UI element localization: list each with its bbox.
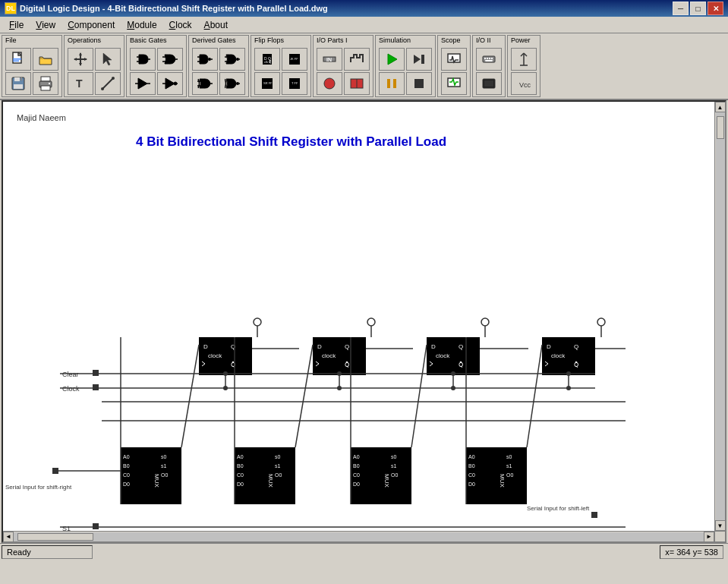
svg-point-152 [223, 371, 228, 376]
serial-left-label: Serial Input for shift-left [527, 505, 590, 512]
toolbar-label-simulation: Simulation [379, 36, 411, 44]
svg-rect-10 [49, 83, 50, 84]
new-button[interactable] [5, 48, 31, 71]
svg-text:D: D [431, 343, 436, 350]
svg-text:T FF: T FF [292, 81, 298, 85]
svg-point-155 [566, 371, 571, 376]
toolbar-group-scope: Scope [437, 35, 471, 97]
status-coords: x= 364 y= 538 [660, 545, 723, 559]
scroll-corner [714, 531, 725, 541]
step-button[interactable] [406, 48, 432, 71]
svg-rect-2 [13, 61, 19, 62]
io2-row2 [476, 72, 502, 95]
scroll-thumb-h[interactable] [17, 533, 93, 541]
toolbar-label-io: I/O Parts I [317, 36, 348, 44]
maximize-button[interactable]: □ [690, 2, 706, 15]
svg-marker-12 [79, 63, 82, 66]
svg-text:Q: Q [574, 343, 578, 350]
triangle-gate-button[interactable] [130, 72, 156, 95]
inv-triangle-button[interactable] [157, 72, 183, 95]
tff-button[interactable]: T FF [282, 72, 307, 95]
scroll-up-button[interactable]: ▲ [715, 102, 726, 112]
nand-gate-button[interactable] [192, 48, 218, 71]
open-button[interactable] [33, 48, 58, 71]
window-controls: ─ □ ✕ [673, 2, 723, 15]
srff-button[interactable]: SR FF [254, 72, 280, 95]
svg-text:Q: Q [459, 343, 463, 350]
dff-button[interactable]: D Qclk Q̄ [254, 48, 280, 71]
move-button[interactable] [68, 48, 93, 71]
and-gate-button[interactable] [130, 48, 156, 71]
svg-marker-11 [79, 52, 82, 55]
close-button[interactable]: ✕ [708, 2, 723, 15]
pause-button[interactable] [379, 72, 405, 95]
svg-text:A0: A0 [468, 454, 475, 459]
minimize-button[interactable]: ─ [673, 2, 689, 15]
svg-text:MUX: MUX [383, 474, 390, 488]
probe-button[interactable] [317, 72, 342, 95]
scope-btn2[interactable] [441, 72, 467, 95]
toolbar-group-basic-gates: Basic Gates [126, 35, 187, 97]
jkff-button[interactable]: JK FF [282, 48, 307, 71]
svg-text:D0: D0 [353, 481, 360, 487]
scope-btn1[interactable] [441, 48, 467, 71]
xor-gate-button[interactable] [192, 72, 218, 95]
vertical-scrollbar[interactable]: ▲ ▼ [714, 102, 725, 531]
print-button[interactable] [33, 72, 58, 95]
input-button[interactable]: IN [317, 48, 342, 71]
scroll-thumb-v[interactable] [717, 116, 724, 139]
scroll-down-button[interactable]: ▼ [715, 520, 726, 531]
select-button[interactable] [95, 48, 121, 71]
svg-text:IN: IN [326, 57, 332, 62]
toolbar-label-power: Power [511, 36, 531, 44]
derived-gates-row2 [192, 72, 245, 95]
toolbar-group-io2: I/O II [472, 35, 506, 97]
status-bar: Ready x= 364 y= 538 [0, 543, 728, 560]
text-button[interactable]: T [68, 72, 93, 95]
scroll-right-button[interactable]: ► [704, 532, 714, 542]
toolbar-label-file: File [5, 36, 17, 44]
clear-input-box [93, 370, 99, 376]
menu-about[interactable]: About [198, 18, 234, 32]
svg-rect-60 [387, 79, 390, 88]
svg-rect-7 [41, 77, 50, 81]
or-gate-button[interactable] [157, 48, 183, 71]
menu-component[interactable]: Component [61, 18, 121, 32]
svg-text:C0: C0 [468, 472, 475, 478]
svg-point-27 [174, 82, 177, 85]
menu-module[interactable]: Module [121, 18, 162, 32]
clock-btn[interactable] [344, 48, 370, 71]
toolbar-label-operations: Operations [68, 36, 101, 44]
run-button[interactable] [379, 48, 405, 71]
menu-file[interactable]: File [3, 18, 30, 32]
display-button[interactable] [344, 72, 370, 95]
svg-text:JK FF: JK FF [290, 57, 298, 61]
canvas-area[interactable]: Majid Naeem 4 Bit Bidirectional Shift Re… [2, 100, 726, 543]
scroll-left-button[interactable]: ◄ [3, 532, 14, 542]
svg-text:O0: O0 [391, 472, 398, 478]
keyboard-btn[interactable] [476, 48, 502, 71]
svg-text:D: D [203, 343, 208, 350]
scroll-track-h [14, 532, 704, 541]
menu-clock[interactable]: Clock [163, 18, 198, 32]
save-button[interactable] [5, 72, 31, 95]
svg-text:s1: s1 [161, 463, 167, 469]
xnor-gate-button[interactable] [219, 72, 245, 95]
svg-text:Q̄: Q̄ [574, 361, 578, 368]
svg-rect-70 [485, 60, 493, 62]
horizontal-scrollbar[interactable]: ◄ ► [3, 531, 714, 541]
stop-button[interactable] [406, 72, 432, 95]
gnd-btn[interactable]: Vcc [511, 72, 537, 95]
toolbar-label-scope: Scope [441, 36, 461, 44]
wire-button[interactable] [95, 72, 121, 95]
nor-gate-button[interactable] [219, 48, 245, 71]
menu-view[interactable]: View [30, 18, 61, 32]
svg-rect-4 [14, 77, 20, 81]
toolbar-label-basic-gates: Basic Gates [130, 36, 167, 44]
display2-btn[interactable] [476, 72, 502, 95]
vcc-btn[interactable] [511, 48, 537, 71]
clock-label: Clock [62, 385, 80, 393]
svg-marker-14 [84, 58, 87, 61]
svg-rect-68 [489, 58, 490, 59]
svg-text:s0: s0 [161, 454, 167, 459]
